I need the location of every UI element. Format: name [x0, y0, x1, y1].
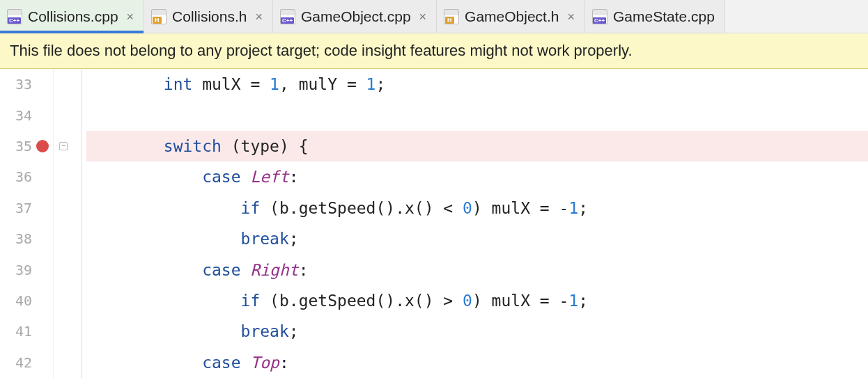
- cpp-file-icon: [280, 9, 295, 24]
- token-punc: :: [299, 261, 309, 279]
- gutter-row[interactable]: 33: [0, 69, 81, 100]
- token-num: 1: [366, 75, 376, 93]
- gutter-row[interactable]: 36: [0, 161, 81, 192]
- token-id-it: Right: [250, 261, 298, 279]
- tab-gamestate-cpp[interactable]: GameState.cpp: [585, 0, 725, 33]
- line-number: 41: [8, 323, 32, 340]
- h-file-icon: [444, 9, 459, 24]
- close-icon[interactable]: ×: [419, 10, 427, 23]
- tab-gameobject-h[interactable]: GameObject.h×: [437, 0, 585, 33]
- token-num: 1: [568, 292, 578, 310]
- token-kw: int: [164, 75, 193, 93]
- breakpoint-icon[interactable]: [36, 140, 49, 152]
- tab-gameobject-cpp[interactable]: GameObject.cpp×: [273, 0, 437, 33]
- token-pln: (type) {: [222, 137, 309, 155]
- token-pln: [241, 261, 251, 279]
- line-number: 39: [8, 262, 32, 278]
- tab-label: GameObject.cpp: [301, 8, 411, 25]
- line-number: 35: [8, 138, 32, 155]
- cpp-file-icon: [7, 9, 22, 24]
- code-line[interactable]: [86, 100, 868, 130]
- token-punc: ;: [578, 199, 588, 217]
- gutter-row[interactable]: 42: [0, 347, 81, 378]
- token-punc: :: [279, 354, 289, 372]
- code-line[interactable]: break;: [86, 223, 868, 254]
- fold-column[interactable]: [53, 69, 72, 100]
- fold-column[interactable]: [53, 347, 72, 378]
- code-line[interactable]: if (b.getSpeed().x() < 0) mulX = -1;: [86, 193, 868, 223]
- code-line[interactable]: case Left:: [86, 161, 868, 192]
- token-punc: ;: [289, 230, 299, 248]
- tab-label: Collisions.h: [172, 8, 247, 25]
- line-number: 36: [8, 168, 32, 185]
- token-pln: (b.getSpeed().x() >: [260, 292, 463, 310]
- line-number: 40: [8, 292, 32, 309]
- token-kw: case: [202, 168, 240, 186]
- token-kw: case: [202, 354, 240, 372]
- token-kw: break: [241, 322, 289, 340]
- code-line[interactable]: switch (type) {: [86, 131, 868, 161]
- h-file-icon: [151, 9, 166, 24]
- token-kw: if: [241, 199, 261, 217]
- gutter-row[interactable]: 38: [0, 223, 81, 254]
- token-id-it: Top: [250, 354, 279, 372]
- breakpoint-column[interactable]: [32, 140, 53, 152]
- tab-label: GameState.cpp: [613, 8, 715, 25]
- gutter-row[interactable]: 35: [0, 131, 81, 161]
- gutter-row[interactable]: 37: [0, 193, 81, 223]
- gutter-row[interactable]: 40: [0, 285, 81, 316]
- fold-column[interactable]: [53, 223, 72, 254]
- fold-column[interactable]: [53, 100, 72, 130]
- close-icon[interactable]: ×: [255, 10, 263, 23]
- token-punc: :: [289, 168, 299, 186]
- close-icon[interactable]: ×: [127, 10, 134, 23]
- fold-icon[interactable]: [59, 142, 68, 150]
- code-area[interactable]: int mulX = 1, mulY = 1; switch (type) { …: [82, 69, 868, 379]
- code-editor: 33343536373839404142 int mulX = 1, mulY …: [0, 69, 868, 379]
- token-num: 0: [463, 199, 472, 217]
- tab-label: GameObject.h: [465, 8, 559, 25]
- line-number: 42: [8, 354, 32, 371]
- tab-collisions-cpp[interactable]: Collisions.cpp×: [0, 0, 144, 33]
- fold-column[interactable]: [53, 316, 72, 347]
- gutter-row[interactable]: 41: [0, 316, 81, 347]
- token-num: 1: [270, 75, 279, 93]
- token-pln: , mulY =: [279, 75, 366, 93]
- fold-column[interactable]: [53, 285, 72, 316]
- code-line[interactable]: case Right:: [86, 254, 868, 285]
- token-kw: case: [202, 261, 240, 279]
- code-line[interactable]: break;: [86, 316, 868, 347]
- token-pln: [241, 168, 251, 186]
- line-number: 34: [8, 107, 32, 124]
- gutter-row[interactable]: 39: [0, 254, 81, 285]
- token-punc: ;: [578, 292, 588, 310]
- line-number: 37: [8, 200, 32, 216]
- token-kw: if: [241, 292, 261, 310]
- gutter-row[interactable]: 34: [0, 100, 81, 130]
- fold-column[interactable]: [53, 193, 72, 223]
- token-pln: ) mulX = -: [472, 292, 568, 310]
- token-punc: ;: [289, 322, 299, 340]
- fold-column[interactable]: [53, 131, 72, 161]
- cpp-file-icon: [592, 9, 607, 24]
- token-kw: break: [241, 230, 289, 248]
- fold-column[interactable]: [53, 254, 72, 285]
- token-num: 1: [568, 199, 578, 217]
- token-id-it: Left: [250, 168, 288, 186]
- code-line[interactable]: int mulX = 1, mulY = 1;: [86, 69, 868, 100]
- gutter: 33343536373839404142: [0, 69, 82, 379]
- close-icon[interactable]: ×: [567, 10, 575, 23]
- line-number: 33: [8, 76, 32, 93]
- token-punc: ;: [375, 75, 385, 93]
- tab-collisions-h[interactable]: Collisions.h×: [144, 0, 273, 33]
- code-line[interactable]: if (b.getSpeed().x() > 0) mulX = -1;: [86, 285, 868, 316]
- editor-tabs: Collisions.cpp×Collisions.h×GameObject.c…: [0, 0, 868, 33]
- token-pln: mulX =: [192, 75, 270, 93]
- warning-text: This file does not belong to any project…: [10, 42, 633, 59]
- line-number: 38: [8, 230, 32, 247]
- code-line[interactable]: case Top:: [86, 347, 868, 378]
- fold-column[interactable]: [53, 161, 72, 192]
- tab-label: Collisions.cpp: [28, 8, 118, 25]
- warning-banner: This file does not belong to any project…: [0, 33, 868, 69]
- token-pln: [241, 354, 251, 372]
